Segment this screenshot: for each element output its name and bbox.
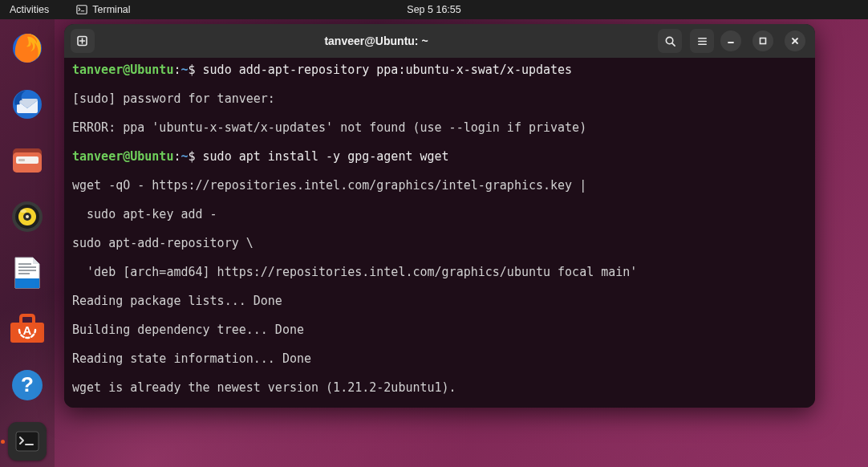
svg-rect-7: [18, 159, 25, 161]
prompt-symbol: $: [189, 149, 196, 164]
minimize-icon: [726, 36, 736, 46]
terminal-output: ERROR: ppa 'ubuntu-x-swat/x-updates' not…: [72, 120, 807, 135]
dock-files[interactable]: [8, 141, 47, 180]
app-menu-label: Terminal: [92, 4, 130, 15]
prompt-user: tanveer@Ubuntu: [72, 63, 173, 77]
terminal-command: sudo add-apt-repository ppa:ubuntu-x-swa…: [203, 63, 573, 77]
firefox-icon: [10, 31, 44, 65]
terminal-output: Reading package lists... Done: [72, 294, 807, 308]
svg-rect-14: [15, 278, 39, 288]
search-icon: [664, 35, 676, 47]
svg-rect-15: [18, 263, 31, 265]
hamburger-icon: [696, 35, 708, 47]
clock[interactable]: Sep 5 16:55: [407, 4, 460, 15]
new-tab-icon: [76, 35, 89, 47]
svg-line-28: [671, 43, 674, 45]
rhythmbox-icon: [10, 200, 44, 234]
close-button[interactable]: [785, 30, 805, 51]
prompt-user: tanveer@Ubuntu: [72, 149, 173, 164]
search-button[interactable]: [658, 29, 682, 53]
svg-text:?: ?: [21, 372, 34, 396]
prompt-symbol: $: [189, 63, 196, 77]
thunderbird-icon: [10, 87, 44, 121]
maximize-button[interactable]: [752, 30, 773, 51]
dock: A ?: [0, 19, 55, 467]
terminal-menu-icon: [76, 4, 87, 15]
dock-ubuntu-software[interactable]: A: [8, 310, 47, 348]
dock-thunderbird[interactable]: [8, 85, 47, 124]
svg-rect-16: [18, 266, 36, 268]
terminal-window: tanveer@Ubuntu: ~: [64, 24, 815, 408]
svg-text:A: A: [23, 323, 32, 337]
terminal-command: sudo apt install -y gpg-agent wget: [203, 149, 449, 164]
prompt-path: ~: [180, 149, 188, 164]
dock-libreoffice-writer[interactable]: [8, 254, 47, 292]
help-icon: ?: [10, 368, 44, 402]
terminal-output: Building dependency tree... Done: [72, 323, 807, 337]
new-tab-button[interactable]: [71, 29, 95, 53]
dock-firefox[interactable]: [8, 29, 47, 67]
terminal-output: sudo apt-key add -: [72, 207, 807, 221]
files-icon: [10, 143, 45, 178]
terminal-icon: [15, 431, 39, 452]
svg-point-13: [20, 209, 26, 213]
terminal-output: [sudo] password for tanveer:: [72, 91, 807, 106]
software-icon: A: [10, 313, 45, 345]
window-title: tanveer@Ubuntu: ~: [101, 35, 651, 47]
app-menu[interactable]: Terminal: [76, 4, 130, 15]
svg-rect-0: [77, 6, 87, 14]
dock-rhythmbox[interactable]: [8, 197, 47, 236]
terminal-output: wget is already the newest version (1.21…: [72, 380, 807, 395]
terminal-output: wget -qO - https://repositories.intel.co…: [72, 178, 807, 193]
terminal-header: tanveer@Ubuntu: ~: [64, 24, 815, 58]
svg-rect-17: [18, 270, 36, 271]
svg-point-12: [26, 215, 29, 218]
minimize-button[interactable]: [720, 30, 741, 51]
dock-terminal[interactable]: [8, 422, 47, 461]
libreoffice-writer-icon: [11, 255, 43, 290]
prompt-path: ~: [180, 63, 188, 77]
terminal-output: Reading state information... Done: [72, 351, 807, 366]
menu-button[interactable]: [690, 29, 714, 53]
svg-rect-18: [18, 273, 30, 274]
maximize-icon: [758, 36, 768, 46]
terminal-body[interactable]: tanveer@Ubuntu:~$ sudo add-apt-repositor…: [64, 58, 815, 408]
close-icon: [790, 36, 800, 46]
svg-rect-22: [16, 432, 39, 451]
activities-button[interactable]: Activities: [10, 4, 49, 15]
dock-help[interactable]: ?: [8, 366, 47, 404]
top-bar: Activities Terminal Sep 5 16:55: [0, 0, 868, 19]
terminal-output: 'deb [arch=amd64] https://repositories.i…: [72, 265, 807, 279]
svg-rect-33: [761, 39, 766, 44]
terminal-output: sudo apt-add-repository \: [72, 236, 807, 250]
